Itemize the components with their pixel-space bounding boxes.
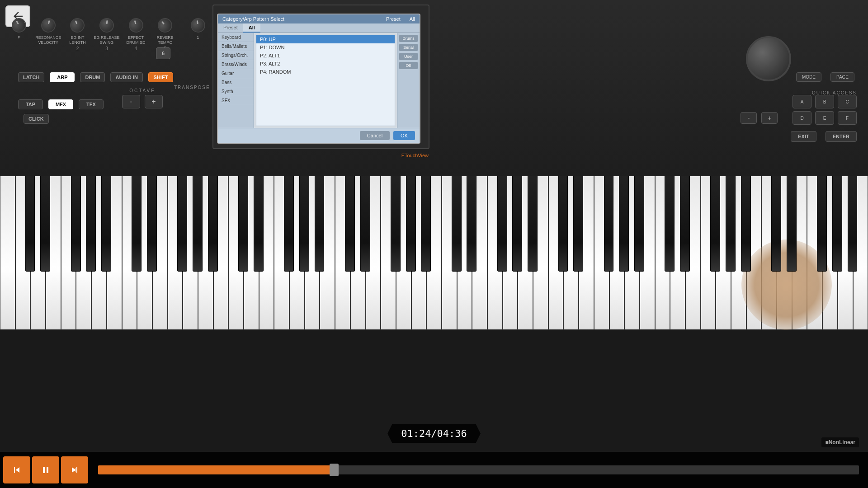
side-user-btn[interactable]: User — [399, 53, 418, 60]
black-key-9[interactable] — [208, 176, 218, 272]
black-key-2[interactable] — [71, 176, 81, 272]
quick-btn-c[interactable]: C — [838, 95, 857, 108]
knob-resonance[interactable] — [40, 17, 57, 33]
black-key-30[interactable] — [665, 176, 675, 272]
knob-1[interactable] — [189, 17, 206, 33]
black-key-35[interactable] — [771, 176, 781, 272]
audio-in-button[interactable]: AUDIO IN — [110, 72, 143, 82]
pause-button[interactable] — [32, 456, 59, 483]
black-key-32[interactable] — [710, 176, 720, 272]
cat-bass[interactable]: Bass — [218, 78, 254, 87]
black-key-34[interactable] — [741, 176, 751, 272]
black-key-17[interactable] — [391, 176, 401, 272]
plus-button[interactable]: + — [761, 112, 778, 124]
minus-button[interactable]: - — [741, 112, 757, 124]
progress-scrubber[interactable] — [330, 464, 339, 476]
exit-button[interactable]: EXIT — [791, 131, 816, 142]
black-key-31[interactable] — [680, 176, 690, 272]
black-key-13[interactable] — [299, 176, 309, 272]
black-key-8[interactable] — [193, 176, 203, 272]
cat-brass[interactable]: Brass/Winds — [218, 60, 254, 69]
cancel-button[interactable]: Cancel — [360, 131, 390, 140]
quick-btn-a[interactable]: A — [793, 95, 811, 108]
black-key-36[interactable] — [787, 176, 797, 272]
buttons-row-2: TAP MFX TFX — [18, 99, 104, 109]
black-key-26[interactable] — [573, 176, 583, 272]
ok-button[interactable]: OK — [393, 131, 415, 140]
black-key-27[interactable] — [604, 176, 614, 272]
quick-btn-b[interactable]: B — [815, 95, 834, 108]
cat-bells[interactable]: Bells/Mallets — [218, 42, 254, 51]
black-key-20[interactable] — [452, 176, 462, 272]
black-key-33[interactable] — [726, 176, 736, 272]
black-key-22[interactable] — [497, 176, 507, 272]
dynamics-button[interactable]: 6 — [156, 47, 170, 59]
black-key-1[interactable] — [40, 176, 50, 272]
side-serial-btn[interactable]: Serial — [399, 44, 418, 51]
knob-reverb[interactable] — [155, 15, 175, 35]
preset-p2[interactable]: P2: ALT1 — [256, 52, 395, 60]
preset-p4[interactable]: P4: RANDOM — [256, 68, 395, 76]
black-key-29[interactable] — [634, 176, 644, 272]
mfx-button[interactable]: MFX — [48, 99, 73, 109]
black-key-6[interactable] — [147, 176, 157, 272]
black-key-4[interactable] — [101, 176, 111, 272]
octave-plus-button[interactable]: + — [145, 95, 163, 108]
big-knob[interactable] — [746, 36, 791, 81]
black-key-37[interactable] — [817, 176, 827, 272]
black-key-23[interactable] — [512, 176, 522, 272]
enter-button[interactable]: ENTER — [826, 131, 857, 142]
shift-button[interactable]: SHIFT — [148, 72, 173, 82]
black-key-0[interactable] — [25, 176, 35, 272]
arp-button[interactable]: ARP — [50, 72, 75, 82]
black-key-12[interactable] — [284, 176, 294, 272]
quick-btn-f[interactable]: F — [838, 111, 857, 125]
black-key-11[interactable] — [254, 176, 264, 272]
preset-p0[interactable]: P0: UP — [256, 35, 395, 43]
tab-all[interactable]: All — [243, 23, 260, 33]
knob-effect[interactable] — [127, 16, 145, 34]
tfx-button[interactable]: TFX — [79, 99, 104, 109]
cat-synth[interactable]: Synth — [218, 87, 254, 96]
black-key-28[interactable] — [619, 176, 629, 272]
black-key-24[interactable] — [528, 176, 538, 272]
side-drums-btn[interactable]: Drums — [399, 35, 418, 42]
black-key-25[interactable] — [558, 176, 568, 272]
cat-sfx[interactable]: SFX — [218, 96, 254, 105]
skip-forward-button[interactable] — [61, 456, 88, 483]
latch-button[interactable]: LATCH — [18, 72, 44, 82]
black-key-18[interactable] — [406, 176, 416, 272]
skip-back-button[interactable] — [3, 456, 30, 483]
side-off-btn[interactable]: Off — [399, 62, 418, 69]
black-key-38[interactable] — [832, 176, 842, 272]
tab-preset[interactable]: Preset — [218, 23, 243, 33]
knob-eg-release[interactable] — [99, 18, 115, 33]
black-key-3[interactable] — [86, 176, 96, 272]
octave-minus-button[interactable]: - — [122, 95, 140, 108]
page-button[interactable]: PAGE — [830, 72, 854, 82]
cat-strings[interactable]: Strings/Orch. — [218, 51, 254, 60]
quick-btn-e[interactable]: E — [815, 111, 834, 125]
click-button[interactable]: CLICK — [24, 114, 49, 124]
tap-button[interactable]: TAP — [18, 99, 43, 109]
mode-button[interactable]: MODE — [796, 72, 821, 82]
preset-p1[interactable]: P1: DOWN — [256, 43, 395, 52]
black-key-19[interactable] — [421, 176, 431, 272]
knob-f[interactable] — [9, 15, 29, 35]
black-key-5[interactable] — [132, 176, 142, 272]
black-key-39[interactable] — [848, 176, 858, 272]
black-key-15[interactable] — [345, 176, 355, 272]
quick-btn-d[interactable]: D — [793, 111, 811, 125]
drum-button[interactable]: DRUM — [80, 72, 105, 82]
black-key-10[interactable] — [238, 176, 248, 272]
black-key-16[interactable] — [360, 176, 370, 272]
progress-bar[interactable] — [98, 465, 859, 474]
black-key-7[interactable] — [177, 176, 187, 272]
cat-guitar[interactable]: Guitar — [218, 69, 254, 78]
black-key-14[interactable] — [315, 176, 325, 272]
black-key-21[interactable] — [467, 176, 476, 272]
white-key-0[interactable] — [0, 176, 15, 330]
preset-p3[interactable]: P3: ALT2 — [256, 60, 395, 68]
knob-eg-int[interactable] — [68, 16, 87, 34]
cat-keyboard[interactable]: Keyboard — [218, 33, 254, 42]
